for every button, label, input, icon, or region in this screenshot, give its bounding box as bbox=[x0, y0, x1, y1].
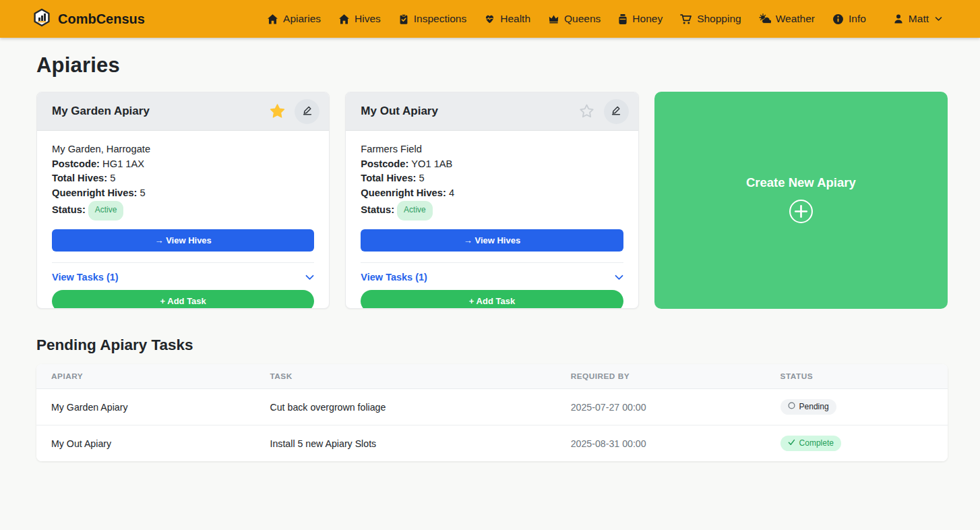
nav-item-honey[interactable]: Honey bbox=[611, 7, 669, 30]
nav-item-queens[interactable]: Queens bbox=[541, 7, 607, 30]
queenright-hives-value: 4 bbox=[449, 187, 454, 198]
honey-jar-icon bbox=[618, 13, 627, 25]
edit-apiary-button[interactable] bbox=[295, 99, 319, 124]
apiary-card: My Out Apiary Farmers Field Postcode: YO… bbox=[345, 92, 638, 309]
nav-label: Info bbox=[849, 13, 866, 25]
chevron-down-icon bbox=[305, 272, 314, 283]
apiary-location: Farmers Field bbox=[361, 142, 623, 157]
heart-pulse-icon bbox=[484, 13, 495, 24]
nav-label: Inspections bbox=[414, 13, 466, 25]
nav-label: Health bbox=[500, 13, 530, 25]
pencil-icon bbox=[302, 105, 313, 118]
total-hives-label: Total Hives: bbox=[361, 173, 416, 183]
nav-item-health[interactable]: Health bbox=[477, 7, 537, 30]
nav-label: Apiaries bbox=[283, 13, 321, 25]
column-header-status: Status bbox=[766, 364, 948, 389]
apiary-name: My Out Apiary bbox=[361, 105, 438, 118]
brand-name: CombCensus bbox=[58, 11, 145, 27]
apiary-name: My Garden Apiary bbox=[52, 105, 150, 118]
plus-circle-icon bbox=[789, 199, 814, 226]
nav-item-shopping[interactable]: Shopping bbox=[673, 7, 748, 30]
chevron-down-icon bbox=[935, 16, 942, 22]
create-apiary-label: Create New Apiary bbox=[746, 175, 856, 190]
postcode-label: Postcode: bbox=[361, 158, 408, 169]
plus-icon: + bbox=[160, 296, 166, 306]
view-hives-button[interactable]: → View Hives bbox=[361, 229, 623, 252]
apiary-cards-row: My Garden Apiary My Garden, Harrogate Po… bbox=[36, 92, 948, 309]
edit-apiary-button[interactable] bbox=[604, 99, 629, 124]
pencil-icon bbox=[611, 105, 621, 118]
apiary-card-header: My Garden Apiary bbox=[37, 92, 329, 131]
divider bbox=[361, 262, 623, 263]
favorite-star-icon[interactable] bbox=[266, 100, 289, 123]
create-new-apiary-button[interactable]: Create New Apiary bbox=[654, 92, 948, 309]
brand[interactable]: CombCensus bbox=[32, 8, 145, 30]
person-icon bbox=[893, 13, 904, 24]
pending-status-badge: Pending bbox=[780, 399, 836, 415]
home-icon bbox=[267, 13, 278, 25]
table-header-row: Apiary Task Required By Status bbox=[36, 364, 948, 389]
combcensus-logo-icon bbox=[32, 8, 51, 30]
apiary-location: My Garden, Harrogate bbox=[52, 142, 314, 157]
nav-label: Shopping bbox=[697, 13, 741, 25]
status-badge: Active bbox=[88, 201, 124, 220]
apiary-card-header: My Out Apiary bbox=[346, 92, 638, 131]
user-menu[interactable]: Matt bbox=[886, 7, 949, 30]
pending-tasks-table: Apiary Task Required By Status My Garden… bbox=[36, 364, 948, 461]
hive-house-icon bbox=[338, 13, 350, 25]
top-navbar: CombCensus Apiaries Hives Inspections He… bbox=[0, 0, 980, 38]
table-row: My Garden Apiary Cut back overgrown foli… bbox=[36, 389, 948, 425]
main-nav: Apiaries Hives Inspections Health Queens… bbox=[260, 7, 949, 30]
column-header-task: Task bbox=[255, 364, 555, 389]
total-hives-value: 5 bbox=[419, 173, 425, 183]
nav-label: Hives bbox=[355, 13, 381, 25]
column-header-required: Required By bbox=[556, 364, 766, 389]
main-content: Apiaries My Garden Apiary My Garden, Har… bbox=[0, 53, 980, 461]
complete-status-badge: Complete bbox=[780, 436, 841, 451]
apiary-card: My Garden Apiary My Garden, Harrogate Po… bbox=[36, 92, 330, 309]
nav-item-info[interactable]: Info bbox=[826, 7, 873, 30]
column-header-apiary: Apiary bbox=[36, 364, 255, 389]
info-circle-icon bbox=[832, 13, 844, 25]
queenright-hives-label: Queenright Hives: bbox=[52, 187, 137, 198]
apiary-card-body: Farmers Field Postcode: YO1 1AB Total Hi… bbox=[346, 131, 638, 309]
divider bbox=[52, 262, 314, 263]
status-label: Status: bbox=[52, 204, 86, 215]
clipboard-check-icon bbox=[398, 13, 409, 25]
pending-tasks-title: Pending Apiary Tasks bbox=[36, 336, 948, 354]
total-hives-label: Total Hives: bbox=[52, 173, 107, 183]
nav-item-weather[interactable]: Weather bbox=[752, 7, 822, 30]
queenright-hives-label: Queenright Hives: bbox=[361, 187, 446, 198]
cart-icon bbox=[680, 13, 692, 25]
user-name: Matt bbox=[909, 13, 929, 25]
task-required-by-cell: 2025-07-27 00:00 bbox=[556, 389, 766, 425]
postcode-value: HG1 1AX bbox=[102, 158, 144, 169]
status-label: Status: bbox=[361, 204, 394, 215]
task-description-cell: Cut back overgrown foliage bbox=[255, 389, 555, 425]
nav-item-inspections[interactable]: Inspections bbox=[392, 7, 473, 30]
nav-label: Queens bbox=[564, 13, 601, 25]
crown-icon bbox=[548, 13, 559, 24]
view-tasks-label: View Tasks (1) bbox=[361, 272, 427, 283]
task-apiary-cell: My Out Apiary bbox=[36, 425, 255, 462]
favorite-star-outline-icon[interactable] bbox=[575, 100, 599, 123]
view-tasks-toggle[interactable]: View Tasks (1) bbox=[52, 272, 314, 283]
nav-label: Weather bbox=[776, 13, 815, 25]
view-tasks-toggle[interactable]: View Tasks (1) bbox=[361, 272, 623, 283]
nav-item-apiaries[interactable]: Apiaries bbox=[260, 7, 328, 30]
postcode-label: Postcode: bbox=[52, 158, 100, 169]
plus-icon: + bbox=[469, 296, 474, 306]
postcode-value: YO1 1AB bbox=[411, 158, 452, 169]
add-task-button[interactable]: + Add Task bbox=[52, 290, 314, 309]
view-hives-button[interactable]: → View Hives bbox=[52, 229, 314, 252]
task-description-cell: Install 5 new Apiary Slots bbox=[255, 425, 555, 462]
apiary-card-body: My Garden, Harrogate Postcode: HG1 1AX T… bbox=[37, 131, 329, 309]
status-badge: Active bbox=[397, 201, 433, 220]
page-title: Apiaries bbox=[36, 53, 948, 78]
add-task-button[interactable]: + Add Task bbox=[361, 290, 623, 309]
task-required-by-cell: 2025-08-31 00:00 bbox=[556, 425, 766, 462]
cloud-sun-icon bbox=[759, 13, 771, 24]
arrow-right-icon: → bbox=[464, 235, 472, 245]
nav-item-hives[interactable]: Hives bbox=[332, 7, 388, 30]
table-row: My Out Apiary Install 5 new Apiary Slots… bbox=[36, 425, 948, 462]
